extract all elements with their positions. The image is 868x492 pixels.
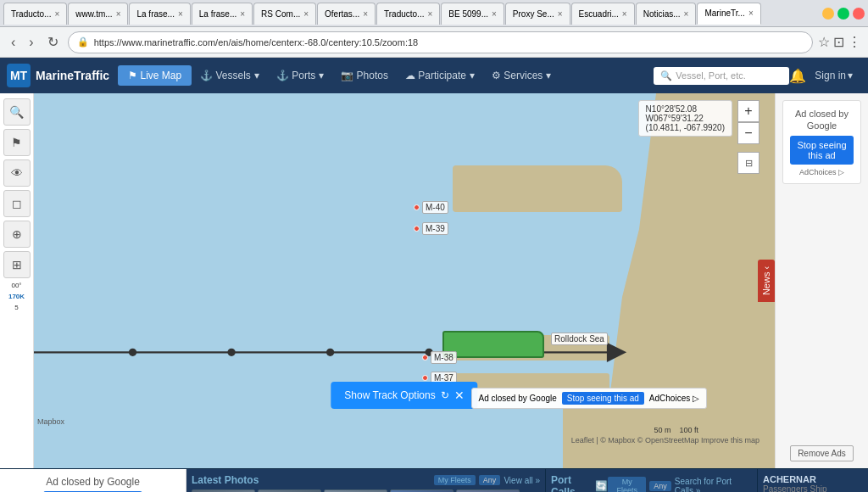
vessel-m40[interactable]: M-40 [414, 201, 448, 214]
participate-menu[interactable]: ☁ Participate ▾ [397, 65, 483, 86]
tab-close-11[interactable]: × [684, 9, 689, 19]
search-icon: 🔍 [660, 70, 672, 81]
mt-logo-icon: MT [7, 64, 31, 87]
reload-button[interactable]: ↻ [43, 32, 63, 52]
zoom-out-button[interactable]: − [737, 122, 760, 144]
area-button[interactable]: ◻ [3, 190, 31, 217]
tab-close-7[interactable]: × [427, 9, 432, 19]
tab-10[interactable]: Escuadri...× [571, 3, 635, 25]
tab-close-4[interactable]: × [240, 9, 245, 19]
browser-toolbar: ‹ › ↻ 🔒 https://www.marinetraffic.com/en… [0, 27, 868, 58]
track-close-icon[interactable]: ✕ [454, 389, 465, 402]
tab-close-9[interactable]: × [558, 9, 563, 19]
zoom-in-button[interactable]: + [737, 100, 760, 122]
extensions-icon[interactable]: ⊡ [833, 34, 844, 50]
menu-icon[interactable]: ⋮ [848, 34, 861, 50]
show-track-options-button[interactable]: Show Track Options ↻ ✕ [331, 382, 477, 409]
ports-menu[interactable]: ⚓ Ports ▾ [268, 65, 332, 86]
bottom-ad-closed: Ad closed by Google Stop seeing this ad … [0, 469, 186, 492]
ad-choices-right[interactable]: AdChoices ▷ [790, 168, 854, 176]
vessel-search[interactable]: 🔍 Vessel, Port, etc. [654, 67, 789, 85]
tab-close-5[interactable]: × [303, 9, 309, 19]
port-calls-panel: Port Calls 🔄 My Fleets Any Search for Po… [546, 469, 758, 492]
ad-choices-map[interactable]: AdChoices ▷ [649, 394, 699, 403]
tab-close-10[interactable]: × [622, 9, 627, 19]
ship-type: Passengers Ship [763, 484, 863, 492]
port-calls-my-fleets-button[interactable]: My Fleets [608, 477, 646, 492]
services-menu[interactable]: ⚙ Services ▾ [483, 65, 559, 86]
tab-2[interactable]: www.tm...× [68, 3, 128, 25]
tab-6[interactable]: Ofertas...× [317, 3, 376, 25]
minimize-button[interactable] [822, 8, 834, 20]
tab-3[interactable]: La frase...× [129, 3, 190, 25]
forward-button[interactable]: › [25, 33, 37, 52]
tab-4[interactable]: La frase...× [192, 3, 253, 25]
layers-button[interactable]: 👁 [3, 159, 31, 187]
green-ship-vessel[interactable] [442, 331, 544, 358]
close-button[interactable] [853, 8, 865, 20]
scale-bar: 50 m 100 ft [654, 426, 698, 434]
photos-panel-title: Latest Photos [192, 474, 259, 486]
main-area: 🔍 ⚑ 👁 ◻ ⊕ ⊞ 00° 170K 5 [0, 93, 868, 468]
search-placeholder: Vessel, Port, etc. [676, 70, 746, 81]
tab-close-2[interactable]: × [116, 9, 121, 19]
coord-lat: N10°28'52.08 [646, 104, 725, 114]
tab-close-active[interactable]: × [748, 8, 754, 18]
compass-button[interactable]: ⊟ [737, 152, 760, 174]
heading-badge: 00° [11, 282, 21, 289]
tab-close-3[interactable]: × [178, 9, 183, 19]
tab-close-6[interactable]: × [363, 9, 368, 19]
photos-menu[interactable]: 📷 Photos [332, 65, 397, 86]
coord-lon: W067°59'31.22 [646, 114, 725, 123]
news-tab[interactable]: News ‹ [758, 260, 775, 302]
photos-panel: Latest Photos My Fleets Any View all » [186, 469, 546, 492]
search-toolbar-button[interactable]: 🔍 [3, 98, 31, 126]
tab-11[interactable]: Noticias...× [636, 3, 697, 25]
mapbox-label: Mapbox [37, 417, 64, 426]
vessel-rolldock-label[interactable]: Rolldock Sea [551, 333, 608, 345]
notification-icon[interactable]: 🔔 [789, 68, 806, 84]
bookmark-star-icon[interactable]: ☆ [818, 34, 830, 50]
tab-marinetraffic[interactable]: MarineTr...× [697, 3, 760, 25]
tab-1[interactable]: Traducto...× [3, 3, 67, 25]
track-options-label: Show Track Options [344, 389, 435, 401]
photos-my-fleets-button[interactable]: My Fleets [434, 475, 476, 485]
port-calls-search-link[interactable]: Search for Port Calls » [675, 477, 752, 492]
left-toolbar: 🔍 ⚑ 👁 ◻ ⊕ ⊞ 00° 170K 5 [0, 93, 34, 468]
expand-button[interactable]: ⊞ [3, 251, 31, 278]
vessel-m39[interactable]: M-39 [414, 222, 448, 235]
sign-in-button[interactable]: Sign in ▾ [806, 65, 861, 86]
vessel-dot-m40 [414, 204, 420, 210]
coord-detail: (10.4811, -067.9920) [646, 123, 725, 132]
bottom-ad-title: Ad closed by Google [46, 476, 140, 488]
stop-seeing-right-button[interactable]: Stop seeing this ad [790, 136, 854, 165]
vessel-m38[interactable]: M-38 [422, 351, 457, 364]
photos-panel-header: Latest Photos My Fleets Any View all » [192, 474, 540, 486]
land-bottom [563, 400, 775, 468]
tab-9[interactable]: Proxy Se...× [505, 3, 570, 25]
photos-view-all-link[interactable]: View all » [504, 476, 540, 485]
vessels-count-badge: 170K [8, 293, 25, 300]
tab-5[interactable]: RS Com...× [253, 3, 316, 25]
live-map-button[interactable]: ⚑ Live Map [118, 65, 192, 86]
tab-7[interactable]: Traducto...× [376, 3, 440, 25]
back-button[interactable]: ‹ [7, 33, 19, 52]
vessels-menu[interactable]: ⚓ Vessels ▾ [192, 65, 268, 86]
land-upper-center [453, 165, 622, 212]
right-ad-panel: Ad closed by Google Stop seeing this ad … [775, 93, 868, 468]
maximize-button[interactable] [837, 8, 849, 20]
tab-8[interactable]: BE 5099...× [441, 3, 504, 25]
photos-any-button[interactable]: Any [479, 475, 501, 485]
remove-ads-button[interactable]: Remove Ads [790, 445, 854, 461]
address-bar[interactable]: 🔒 https://www.marinetraffic.com/en/ais/h… [68, 31, 813, 53]
mt-navbar: MT MarineTraffic ⚑ Live Map ⚓ Vessels ▾ … [0, 58, 868, 93]
tab-close-8[interactable]: × [492, 9, 497, 19]
port-calls-any-button[interactable]: Any [649, 481, 671, 491]
connect-button[interactable]: ⊕ [3, 221, 31, 248]
port-calls-header: Port Calls 🔄 My Fleets Any Search for Po… [551, 474, 752, 492]
bottom-bar: Ad closed by Google Stop seeing this ad … [0, 468, 868, 492]
stop-seeing-map-button[interactable]: Stop seeing this ad [562, 392, 644, 405]
port-calls-refresh-icon[interactable]: 🔄 [595, 480, 608, 492]
filter-button[interactable]: ⚑ [3, 129, 31, 156]
tab-close-1[interactable]: × [54, 9, 59, 19]
